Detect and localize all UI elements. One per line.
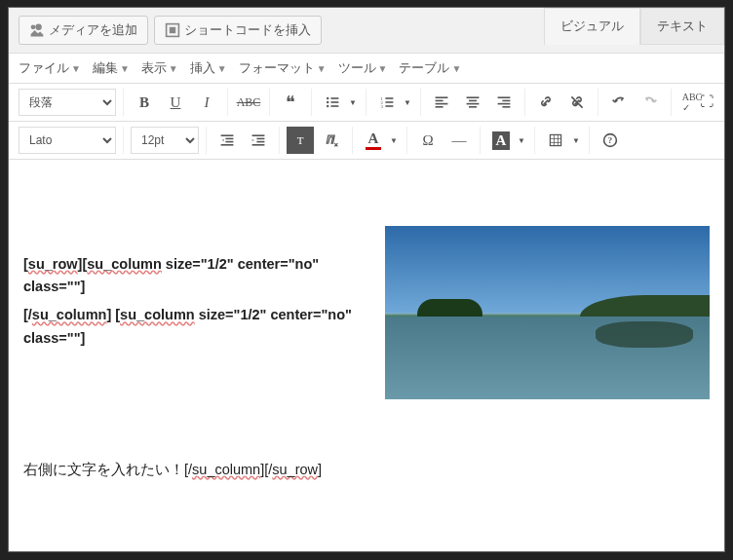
fullscreen-button[interactable]: ⛶ [697,92,716,111]
font-select[interactable]: Lato [19,127,116,154]
svg-rect-9 [385,97,393,99]
svg-rect-15 [436,100,444,102]
menu-view[interactable]: 表示▼ [141,59,178,77]
top-row: メディアを追加 ショートコードを挿入 ビジュアル テキスト [9,8,724,53]
svg-rect-22 [498,96,511,98]
bold-button[interactable]: B [131,89,158,116]
strikethrough-button[interactable]: ABC [235,89,262,116]
table-dropdown[interactable]: ▼ [570,127,582,154]
tab-visual[interactable]: ビジュアル [544,8,640,45]
top-left-buttons: メディアを追加 ショートコードを挿入 [19,16,322,45]
special-char-button[interactable]: Ω [414,127,442,154]
align-center-button[interactable] [459,89,486,116]
svg-point-2 [327,97,328,99]
separator [206,127,207,154]
paste-text-button[interactable]: T [287,127,314,154]
separator [366,89,366,116]
svg-rect-5 [330,101,338,103]
insert-shortcode-label: ショートコードを挿入 [184,21,311,39]
italic-button[interactable]: I [193,89,220,116]
menu-format[interactable]: フォーマット▼ [239,59,327,77]
svg-point-4 [327,101,328,103]
svg-point-6 [327,105,328,107]
bullet-list-dropdown[interactable]: ▼ [347,89,359,116]
editor-tabs: ビジュアル テキスト [544,8,724,45]
number-list-button[interactable]: 123 [373,89,401,116]
undo-button[interactable] [605,89,633,116]
svg-rect-32 [256,141,264,143]
separator [480,127,481,154]
add-media-label: メディアを追加 [49,21,137,39]
svg-text:?: ? [608,135,612,145]
tab-text[interactable]: テキスト [640,8,724,45]
svg-rect-25 [502,106,510,108]
help-button[interactable]: ? [597,127,624,154]
hr-button[interactable]: — [445,127,473,154]
editor-wrap: メディアを追加 ショートコードを挿入 ビジュアル テキスト ファイル▼ 編集▼ … [8,7,725,552]
menubar: ファイル▼ 編集▼ 表示▼ 挿入▼ フォーマット▼ ツール▼ テーブル▼ [9,53,724,84]
separator [352,127,353,154]
separator [279,127,280,154]
svg-rect-19 [469,100,477,102]
insert-shortcode-button[interactable]: ショートコードを挿入 [154,16,322,45]
svg-rect-17 [436,106,444,108]
separator [227,89,228,116]
chevron-down-icon: ▼ [71,63,81,74]
svg-rect-23 [502,100,510,102]
shortcode-icon [165,22,180,38]
menu-insert[interactable]: 挿入▼ [190,59,227,77]
svg-rect-13 [385,105,393,107]
svg-rect-3 [330,97,338,99]
clear-format-button[interactable] [318,127,345,154]
svg-rect-30 [252,134,265,136]
menu-file[interactable]: ファイル▼ [19,59,81,77]
blockquote-icon[interactable]: ❝ [277,89,304,116]
outdent-button[interactable] [213,127,241,154]
menu-edit[interactable]: 編集▼ [93,59,130,77]
text-color-button[interactable]: A [360,127,387,154]
svg-rect-14 [436,96,448,98]
media-icon [29,22,45,38]
inserted-image[interactable] [385,226,710,399]
svg-rect-20 [467,103,480,105]
svg-rect-21 [469,106,477,108]
image-reflection [596,321,693,348]
svg-rect-18 [467,96,480,98]
align-left-button[interactable] [428,89,455,116]
separator [598,89,598,116]
font-size-select[interactable]: 12pt [131,127,199,154]
indent-button[interactable] [245,127,272,154]
add-media-button[interactable]: メディアを追加 [19,16,148,45]
link-button[interactable] [532,89,559,116]
separator [311,89,312,116]
menu-tool[interactable]: ツール▼ [338,59,388,77]
paragraph-select[interactable]: 段落 [19,89,116,116]
underline-button[interactable]: U [162,89,189,116]
editor-content[interactable]: [su_row][su_column size="1/2" center="no… [9,160,724,552]
number-list-dropdown[interactable]: ▼ [402,89,413,116]
table-button[interactable] [542,127,569,154]
svg-text:3: 3 [381,104,384,109]
svg-rect-31 [256,138,264,140]
separator [406,127,407,154]
svg-rect-24 [498,103,511,105]
align-right-button[interactable] [490,89,518,116]
toolbar-row-1: 段落 B U I ABC ❝ ▼ 123 ▼ ABC✓ ⛶ [9,84,724,122]
chevron-down-icon: ▼ [120,63,130,74]
separator [671,89,672,116]
svg-rect-16 [436,103,448,105]
svg-rect-27 [225,138,233,140]
separator [589,127,590,154]
bg-color-button[interactable]: A [487,127,515,154]
bg-color-dropdown[interactable]: ▼ [516,127,527,154]
separator [123,127,124,154]
redo-button[interactable] [637,89,664,116]
svg-rect-7 [330,105,338,107]
separator [534,127,535,154]
unlink-button[interactable] [563,89,591,116]
text-color-dropdown[interactable]: ▼ [388,127,400,154]
svg-rect-11 [385,101,393,103]
menu-table[interactable]: テーブル▼ [399,59,461,77]
bullet-list-button[interactable] [319,89,346,116]
content-line-3: 右側に文字を入れたい！[/su_column][/su_row] [23,459,710,481]
